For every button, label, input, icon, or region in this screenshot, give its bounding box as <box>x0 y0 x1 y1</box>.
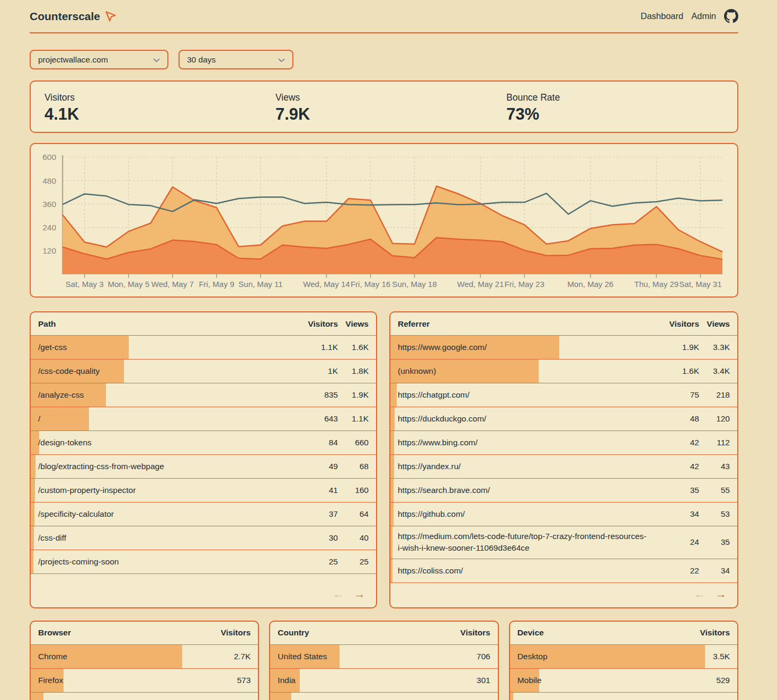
prev-page-button[interactable]: ← <box>694 588 705 600</box>
referrer-row[interactable]: https://github.com/3453 <box>390 502 737 526</box>
column-header: Device <box>510 628 692 638</box>
column-header: Visitors <box>296 319 338 329</box>
row-label: /projects-coming-soon <box>31 552 296 572</box>
referrer-row[interactable]: https://www.google.com/1.9K3.3K <box>390 336 737 360</box>
row-visitors: 22 <box>657 566 699 576</box>
referrer-row[interactable]: https://coliss.com/2234 <box>390 559 737 583</box>
stat-bounce-rate: Bounce Rate 73% <box>506 92 737 132</box>
brand-name: Counterscale <box>30 10 100 23</box>
brand[interactable]: Counterscale <box>30 10 117 23</box>
path-row[interactable]: /css-code-quality1K1.8K <box>31 360 376 383</box>
path-row[interactable]: /custom-property-inspector41160 <box>31 479 376 502</box>
x-axis-label: Thu, May 29 <box>635 280 679 289</box>
y-axis-label: 120 <box>42 246 56 255</box>
referrer-row[interactable]: https://search.brave.com/3555 <box>390 479 737 502</box>
row-views: 218 <box>699 390 737 400</box>
date-range-select[interactable]: 30 days <box>178 50 293 69</box>
next-page-button[interactable]: → <box>354 588 365 600</box>
path-row[interactable]: /blog/extracting-css-from-webpage4968 <box>31 455 376 479</box>
traffic-chart: 120240360480600Sat, May 3Mon, May 5Wed, … <box>31 144 737 297</box>
row-visitors: 42 <box>657 462 699 471</box>
x-axis-label: Mon, May 5 <box>108 280 149 289</box>
row-views: 1.1K <box>338 414 376 424</box>
y-axis-label: 360 <box>42 200 56 209</box>
x-axis-label: Wed, May 21 <box>457 280 504 289</box>
country-row[interactable]: India301 <box>270 669 497 693</box>
row-label: /custom-property-inspector <box>31 480 296 500</box>
row-views: 34 <box>699 566 737 576</box>
browser-row[interactable]: Firefox573 <box>31 669 258 693</box>
country-row[interactable]: United States706 <box>270 645 497 669</box>
prev-page-button[interactable]: ← <box>333 588 344 600</box>
table-header: Referrer Visitors Views <box>390 312 737 336</box>
referrer-row[interactable]: https://www.bing.com/42112 <box>390 431 737 455</box>
path-row[interactable]: /design-tokens84660 <box>31 431 376 455</box>
referrer-row[interactable]: https://chatgpt.com/75218 <box>390 383 737 407</box>
referrer-row[interactable]: https://duckduckgo.com/48120 <box>390 407 737 431</box>
row-label: /design-tokens <box>31 433 296 453</box>
path-table-card: Path Visitors Views /get-css1.1K1.6K/css… <box>30 311 377 608</box>
row-label: https://duckduckgo.com/ <box>390 409 657 429</box>
row-label: Mobile <box>510 670 692 690</box>
table-header: Country Visitors <box>270 622 497 645</box>
browser-row[interactable]: Chrome2.7K <box>31 645 258 669</box>
row-visitors: 1.9K <box>657 343 699 352</box>
row-visitors: 48 <box>657 414 699 424</box>
row-views: 64 <box>338 509 376 519</box>
column-header: Visitors <box>657 319 699 329</box>
browser-table-body: Chrome2.7KFirefox573Edge231 <box>31 645 258 700</box>
referrer-row[interactable]: https://yandex.ru/4243 <box>390 455 737 479</box>
nav-dashboard-link[interactable]: Dashboard <box>640 11 683 21</box>
device-row[interactable]: Tablet14 <box>510 693 737 700</box>
path-row[interactable]: /projects-coming-soon2525 <box>31 550 376 574</box>
path-row[interactable]: /css-diff3040 <box>31 526 376 550</box>
row-label: https://www.bing.com/ <box>390 433 657 453</box>
row-visitors: 1.1K <box>296 343 338 352</box>
device-row[interactable]: Mobile529 <box>510 669 737 693</box>
row-visitors: 30 <box>296 533 338 543</box>
row-visitors: 1.6K <box>657 366 699 376</box>
row-visitors: 41 <box>296 486 338 495</box>
referrer-row[interactable]: (unknown)1.6K3.4K <box>390 360 737 383</box>
row-label: /blog/extracting-css-from-webpage <box>31 456 296 477</box>
x-axis-label: Fri, May 23 <box>505 280 544 289</box>
site-select[interactable]: projectwallace.com <box>30 50 168 69</box>
row-label: Spain <box>270 694 452 700</box>
table-header: Browser Visitors <box>31 622 258 645</box>
x-axis-label: Fri, May 9 <box>199 280 234 289</box>
row-label: https://yandex.ru/ <box>390 456 657 477</box>
chevron-down-icon <box>153 55 160 65</box>
github-icon[interactable] <box>724 9 738 23</box>
country-row[interactable]: Spain220 <box>270 693 497 700</box>
pagination: ← → <box>31 574 376 607</box>
device-row[interactable]: Desktop3.5K <box>510 645 737 669</box>
next-page-button[interactable]: → <box>715 588 727 600</box>
row-views: 25 <box>338 557 376 567</box>
row-visitors: 24 <box>657 537 699 547</box>
row-label: https://chatgpt.com/ <box>390 385 657 405</box>
device-table-card: Device Visitors Desktop3.5KMobile529Tabl… <box>509 621 738 700</box>
stat-visitors: Visitors 4.1K <box>44 92 275 132</box>
nav-admin-link[interactable]: Admin <box>691 11 716 21</box>
row-label: https://search.brave.com/ <box>390 480 657 500</box>
path-row[interactable]: /get-css1.1K1.6K <box>31 336 376 360</box>
row-label: Firefox <box>31 670 212 690</box>
browser-table-card: Browser Visitors Chrome2.7KFirefox573Edg… <box>30 621 259 700</box>
browser-row[interactable]: Edge231 <box>31 693 258 700</box>
path-row[interactable]: /analyze-css8351.9K <box>31 383 376 407</box>
referrer-row[interactable]: https://medium.com/lets-code-future/top-… <box>390 526 737 559</box>
row-visitors: 84 <box>296 438 338 447</box>
row-label: https://medium.com/lets-code-future/top-… <box>390 526 657 559</box>
y-axis-label: 600 <box>42 153 56 162</box>
row-visitors: 34 <box>657 509 699 519</box>
row-label: Tablet <box>510 694 692 700</box>
table-header: Device Visitors <box>510 622 737 645</box>
x-axis-label: Sun, May 11 <box>238 280 282 289</box>
x-axis-label: Sat, May 31 <box>679 280 721 289</box>
row-label: /analyze-css <box>31 385 296 405</box>
x-axis-label: Fri, May 16 <box>351 280 390 289</box>
x-axis-label: Wed, May 7 <box>151 280 194 289</box>
path-row[interactable]: /specificity-calculator3764 <box>31 502 376 526</box>
x-axis-label: Sun, May 18 <box>392 280 436 289</box>
path-row[interactable]: /6431.1K <box>31 407 376 431</box>
